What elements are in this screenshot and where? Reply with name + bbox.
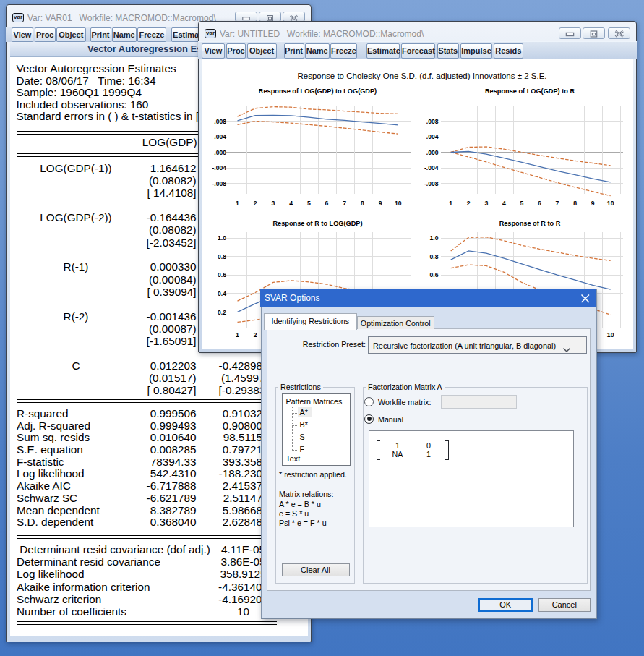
svg-text:5: 5 — [307, 199, 311, 206]
svg-text:7: 7 — [556, 199, 559, 206]
svg-text:9: 9 — [379, 199, 382, 206]
svg-text:Response of R to LOG(GDP): Response of R to LOG(GDP) — [272, 220, 362, 227]
svg-text:-.004: -.004 — [424, 164, 439, 171]
svg-text:Response of R to R: Response of R to R — [499, 220, 561, 227]
svg-text:10: 10 — [395, 199, 402, 206]
svg-text:Response of LOG(GDP) to LOG(GD: Response of LOG(GDP) to LOG(GDP) — [259, 88, 377, 95]
svg-text:8: 8 — [573, 199, 577, 206]
svg-text:1: 1 — [449, 199, 452, 206]
svg-text:1: 1 — [236, 331, 239, 338]
svg-text:9: 9 — [591, 199, 595, 206]
svg-text:-.008: -.008 — [212, 179, 226, 187]
svg-text:.008: .008 — [426, 117, 439, 124]
svg-text:4: 4 — [289, 199, 293, 206]
svg-text:10: 10 — [607, 199, 614, 206]
svg-text:1.0: 1.0 — [218, 234, 226, 242]
svg-text:0.6: 0.6 — [218, 271, 226, 278]
svg-text:5: 5 — [520, 199, 524, 206]
svg-text:.004: .004 — [426, 133, 439, 140]
svg-text:10: 10 — [607, 331, 614, 338]
svg-text:.000: .000 — [214, 148, 226, 156]
svg-text:4: 4 — [502, 199, 506, 206]
svg-text:2: 2 — [254, 331, 257, 338]
svg-text:1: 1 — [236, 199, 239, 206]
svg-text:.004: .004 — [214, 133, 226, 140]
svg-text:3: 3 — [272, 199, 275, 206]
svg-text:0.8: 0.8 — [218, 252, 226, 260]
svg-text:7: 7 — [343, 199, 346, 206]
svg-text:6: 6 — [325, 199, 329, 206]
svg-text:3: 3 — [484, 199, 488, 206]
svg-text:6: 6 — [538, 199, 541, 206]
svg-text:0.2: 0.2 — [218, 308, 226, 315]
svg-text:-.004: -.004 — [212, 164, 226, 171]
svg-text:0.8: 0.8 — [430, 252, 439, 260]
svg-text:8: 8 — [361, 199, 364, 206]
svg-text:0.4: 0.4 — [218, 289, 226, 297]
svg-text:-.008: -.008 — [424, 179, 439, 187]
svg-text:2: 2 — [467, 199, 471, 206]
svg-text:1.0: 1.0 — [430, 234, 439, 242]
svg-text:.008: .008 — [214, 117, 226, 124]
svg-text:Response of LOG(GDP) to R: Response of LOG(GDP) to R — [485, 88, 575, 95]
svg-text:2: 2 — [254, 199, 257, 206]
svg-text:0.6: 0.6 — [430, 271, 439, 278]
svg-text:Response to Cholesky One S.D.: Response to Cholesky One S.D. (d.f. adju… — [297, 72, 546, 80]
svg-text:.000: .000 — [426, 148, 439, 156]
